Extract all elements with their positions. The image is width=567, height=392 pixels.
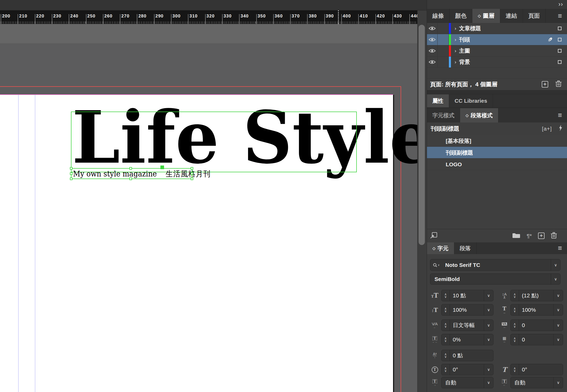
expand-chevron-icon[interactable]: › — [455, 26, 456, 31]
expand-chevron-icon[interactable]: › — [455, 48, 456, 54]
visibility-eye-icon[interactable] — [427, 57, 438, 68]
chevron-down-icon[interactable]: ∨ — [484, 304, 493, 315]
frame-handle-top-center[interactable] — [129, 167, 132, 170]
tab-paragraph-styles[interactable]: ◇段落樣式 — [460, 108, 498, 123]
font-style-select[interactable]: SemiBold ∨ — [430, 273, 560, 285]
chevron-down-icon[interactable]: ∨ — [553, 304, 563, 315]
expand-chevron-icon[interactable]: › — [455, 59, 456, 65]
panel-menu-icon[interactable]: ≡ — [553, 108, 567, 123]
visibility-eye-icon[interactable] — [427, 34, 438, 45]
lock-cell[interactable] — [438, 57, 449, 68]
stepper[interactable]: ∧∨ — [511, 334, 519, 345]
vertical-scrollbar-thumb[interactable] — [419, 25, 425, 245]
style-override-highlight-icon[interactable] — [559, 125, 563, 133]
style-row-logo[interactable]: LOGO — [427, 158, 567, 170]
chevron-down-icon[interactable]: ∨ — [553, 320, 563, 331]
stepper[interactable]: ∧∨ — [442, 364, 450, 375]
layer-target-box[interactable] — [558, 27, 562, 30]
stepper[interactable]: ∧∨ — [442, 350, 450, 361]
collapse-panels-icon[interactable]: ›› — [558, 1, 563, 8]
grid-jidori-end-field[interactable]: 自動 ∨ — [510, 377, 563, 388]
vertical-scale-field[interactable]: ∧∨ 100% ∨ — [441, 304, 493, 316]
grid-jidori-field[interactable]: 自動 ∨ — [441, 377, 493, 388]
subtitle-text-frame-selected[interactable] — [71, 168, 192, 179]
stepper[interactable]: ∧∨ — [511, 364, 519, 375]
frame-handle-top-left[interactable] — [70, 167, 73, 170]
stepper[interactable]: ∧∨ — [442, 320, 450, 331]
style-override-icon[interactable]: [a+] — [542, 126, 552, 132]
layer-target-box[interactable] — [558, 38, 562, 41]
layer-name[interactable]: 文章標題 — [459, 25, 481, 32]
clear-overrides-icon[interactable]: ¶* — [527, 233, 532, 239]
chevron-down-icon[interactable]: ∨ — [484, 320, 493, 331]
visibility-eye-icon[interactable] — [427, 23, 438, 34]
layer-row-main-image[interactable]: › 主圖 — [427, 45, 567, 57]
tab-character[interactable]: ◇字元 — [427, 242, 454, 254]
frame-out-port[interactable] — [160, 166, 164, 169]
layer-row-masthead[interactable]: › 刊頭 — [427, 34, 567, 45]
font-size-field[interactable]: ∧∨ 10 點 ∨ — [441, 290, 493, 301]
style-row-basic-paragraph[interactable]: [基本段落] — [427, 135, 567, 147]
chevron-down-icon[interactable]: ∨ — [551, 274, 560, 284]
tab-layers[interactable]: ◇圖層 — [472, 9, 500, 23]
tab-stroke[interactable]: 線條 — [427, 9, 450, 23]
character-rotation-field[interactable]: ∧∨ 0° ∨ — [441, 364, 493, 375]
baseline-shift-field[interactable]: ∧∨ 0 點 — [441, 350, 493, 361]
stepper[interactable]: ∧∨ — [511, 304, 519, 315]
frame-handle-top-right[interactable] — [191, 167, 193, 170]
tracking-field[interactable]: ∧∨ 0 ∨ — [510, 320, 563, 331]
style-row-masthead-subtitle[interactable]: 刊頭副標題 — [427, 147, 567, 158]
layer-name[interactable]: 刊頭 — [459, 36, 470, 43]
layer-row-article-title[interactable]: › 文章標題 — [427, 23, 567, 34]
layer-name[interactable]: 主圖 — [459, 47, 470, 54]
layer-target-box[interactable] — [558, 60, 562, 64]
tab-paragraph[interactable]: 段落 — [454, 242, 476, 254]
chevron-down-icon[interactable]: ∨ — [484, 334, 493, 345]
tab-properties[interactable]: 屬性 — [427, 94, 449, 107]
skew-field[interactable]: ∧∨ 0° — [510, 364, 563, 375]
tab-cc-libraries[interactable]: CC Libraries — [449, 94, 493, 107]
frame-handle-bottom-center[interactable] — [129, 177, 132, 180]
new-style-icon[interactable]: + — [538, 232, 545, 239]
horizontal-scale-field[interactable]: ∧∨ 100% ∨ — [510, 304, 563, 316]
frame-handle-bottom-right[interactable] — [191, 177, 193, 180]
frame-handle-mid-left[interactable] — [70, 172, 73, 175]
proportional-spacing-field[interactable]: ∧∨ 0% ∨ — [441, 334, 493, 345]
tab-links[interactable]: 連結 — [500, 9, 523, 23]
chevron-down-icon[interactable]: ∨ — [553, 377, 563, 388]
stepper[interactable]: ∧∨ — [442, 290, 450, 301]
tab-color[interactable]: 顏色 — [450, 9, 472, 23]
visibility-eye-icon[interactable] — [427, 45, 438, 56]
stepper[interactable]: ∧∨ — [442, 304, 450, 315]
stepper[interactable]: ∧∨ — [511, 320, 519, 331]
lock-cell[interactable] — [438, 34, 449, 45]
grid-spacing-field[interactable]: ∧∨ 0 ∨ — [510, 334, 563, 345]
tab-pages[interactable]: 頁面 — [523, 9, 546, 23]
frame-handle-mid-right[interactable] — [191, 172, 193, 175]
stepper[interactable]: ∧∨ — [511, 290, 519, 301]
delete-layer-icon[interactable] — [556, 80, 562, 89]
chevron-down-icon[interactable]: ∨ — [553, 290, 563, 301]
stepper[interactable]: ∧∨ — [442, 334, 450, 345]
tab-character-styles[interactable]: 字元樣式 — [427, 108, 460, 123]
lock-cell[interactable] — [438, 23, 449, 34]
new-style-group-folder-icon[interactable] — [512, 232, 520, 239]
chevron-down-icon[interactable]: ∨ — [553, 334, 563, 345]
frame-handle-bottom-left[interactable] — [70, 177, 73, 180]
panel-menu-icon[interactable]: ≡ — [553, 242, 567, 254]
kerning-field[interactable]: ∧∨ 日文等幅 ∨ — [441, 320, 493, 331]
delete-style-icon[interactable] — [551, 232, 557, 240]
chevron-down-icon[interactable]: ∨ — [484, 364, 493, 375]
lock-cell[interactable] — [438, 45, 449, 56]
masthead-text-frame[interactable] — [71, 112, 357, 172]
layer-row-background[interactable]: › 背景 — [427, 57, 567, 68]
panel-menu-icon[interactable]: ≡ — [553, 9, 567, 23]
font-family-select[interactable]: ∨ Noto Serif TC ∨ — [430, 259, 560, 271]
new-layer-icon[interactable]: + — [542, 81, 548, 88]
chevron-down-icon[interactable]: ∨ — [551, 259, 560, 271]
load-styles-icon[interactable] — [430, 232, 437, 240]
search-icon[interactable]: ∨ — [430, 259, 442, 271]
expand-chevron-icon[interactable]: › — [455, 37, 456, 42]
chevron-down-icon[interactable]: ∨ — [484, 377, 493, 388]
leading-field[interactable]: ∧∨ (12 點) ∨ — [510, 290, 563, 301]
